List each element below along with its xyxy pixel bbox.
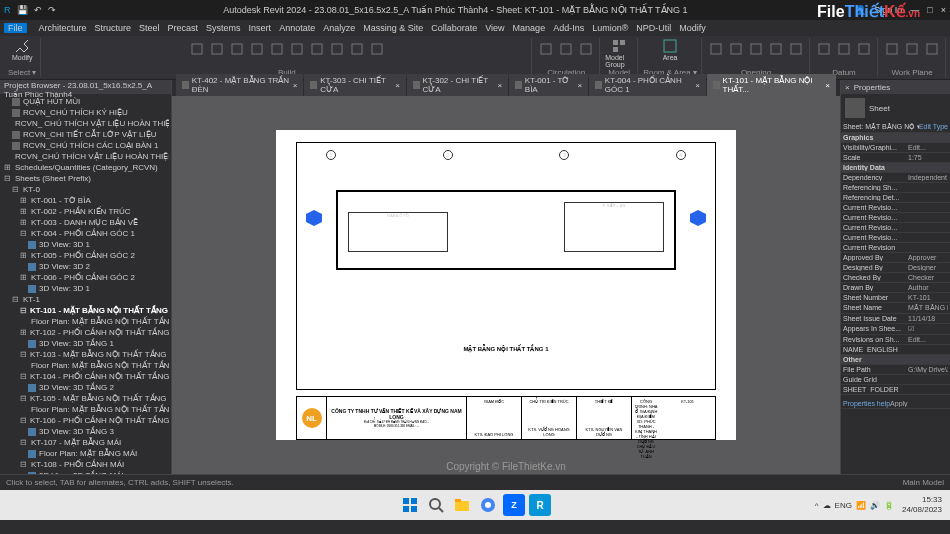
ribbon-tool[interactable] (787, 38, 805, 60)
property-row[interactable]: SHEET_FOLDER (841, 385, 950, 395)
view-tab[interactable]: KT-004 - PHỐI CẢNH GÓC 1× (589, 74, 706, 96)
tree-item[interactable]: QUẠT HÚT MÙI (2, 96, 169, 107)
apply-button[interactable]: Apply (890, 400, 930, 407)
tree-item[interactable]: 3D View: 3D TẦNG 1 (2, 338, 169, 349)
property-row[interactable]: Sheet Issue Date11/14/18 (841, 314, 950, 324)
ribbon-tab[interactable]: Insert (245, 23, 276, 33)
tree-item[interactable]: ⊟KT-108 - PHỐI CẢNH MÁI (2, 459, 169, 470)
ribbon-tool[interactable] (835, 38, 853, 60)
ribbon-tool[interactable] (923, 38, 941, 60)
ribbon-tab[interactable]: NPD-Util (632, 23, 675, 33)
tree-item[interactable]: ⊟KT-101 - MẶT BẰNG NỘI THẤT TẦNG 1 (2, 305, 169, 316)
ribbon-tab[interactable]: Architecture (35, 23, 91, 33)
property-group-header[interactable]: Graphics (841, 133, 950, 143)
tree-item[interactable]: RCVN_ CHÚ THÍCH VẬT LIỆU HOÀN THIỆN (2, 118, 169, 129)
tree-item[interactable]: ⊟KT-105 - MẶT BẰNG NỘI THẤT TẦNG 3 (2, 393, 169, 404)
ribbon-tool[interactable] (328, 38, 346, 60)
maximize-button[interactable]: □ (927, 5, 932, 15)
tree-item[interactable]: ⊟KT-106 - PHỐI CẢNH NỘI THẤT TẦNG 3 (2, 415, 169, 426)
tree-item[interactable]: ⊞KT-005 - PHỐI CẢNH GÓC 2 (2, 250, 169, 261)
property-row[interactable]: DependencyIndependent (841, 173, 950, 183)
ribbon-tool[interactable] (248, 38, 266, 60)
ribbon-tool[interactable] (815, 38, 833, 60)
property-row[interactable]: Current Revisio... (841, 233, 950, 243)
tree-item[interactable]: RCVN_CHÚ THÍCH KÝ HIỆU (2, 107, 169, 118)
ribbon-tool[interactable] (288, 38, 306, 60)
view-tab[interactable]: KT-302 - CHI TIẾT CỬA× (407, 74, 508, 96)
tree-item[interactable]: RCVN_CHI TIẾT CẮT LỚP VẬT LIỆU (2, 129, 169, 140)
edit-type-button[interactable]: Edit Type (919, 123, 948, 131)
property-row[interactable]: Visibility/Graphi...Edit... (841, 143, 950, 153)
file-menu[interactable]: File (4, 23, 27, 33)
view-tab[interactable]: KT-303 - CHI TIẾT CỬA× (304, 74, 405, 96)
tab-close-icon[interactable]: × (395, 81, 400, 90)
ribbon-tool[interactable] (308, 38, 326, 60)
ribbon-tool[interactable] (537, 38, 555, 60)
tree-item[interactable]: ⊟KT-1 (2, 294, 169, 305)
ribbon-tool[interactable] (268, 38, 286, 60)
tree-item[interactable]: ⊞KT-102 - PHỐI CẢNH NỘI THẤT TẦNG 1 (2, 327, 169, 338)
modify-tool[interactable]: Modify (8, 38, 36, 68)
tree-item[interactable]: Floor Plan: MẶT BẰNG NỘI THẤT TẦNG 3 (2, 404, 169, 415)
tab-close-icon[interactable]: × (293, 81, 298, 90)
ribbon-tool[interactable] (727, 38, 745, 60)
ribbon-tool[interactable] (767, 38, 785, 60)
ribbon-tab[interactable]: Annotate (275, 23, 319, 33)
close-button[interactable]: × (941, 5, 946, 15)
property-row[interactable]: Checked ByChecker (841, 273, 950, 283)
property-row[interactable]: Current Revisio... (841, 223, 950, 233)
ribbon-tool[interactable] (208, 38, 226, 60)
tree-item[interactable]: Floor Plan: MẶT BẰNG NỘI THẤT TẦNG 1 (2, 316, 169, 327)
qat-save-icon[interactable]: 💾 (17, 5, 28, 15)
property-row[interactable]: Current Revisio... (841, 203, 950, 213)
ribbon-tool[interactable] (883, 38, 901, 60)
ribbon-tab[interactable]: Manage (509, 23, 550, 33)
ribbon-tab[interactable]: Precast (164, 23, 203, 33)
tree-item[interactable]: 3D View: 3D 1 (2, 239, 169, 250)
browser-tree[interactable]: QUẠT HÚT MÙIRCVN_CHÚ THÍCH KÝ HIỆURCVN_ … (0, 94, 171, 474)
property-row[interactable]: Drawn ByAuthor (841, 283, 950, 293)
start-button[interactable] (399, 494, 421, 516)
ribbon-tool[interactable] (707, 38, 725, 60)
tree-item[interactable]: ⊟Sheets (Sheet Prefix) (2, 173, 169, 184)
close-icon[interactable]: × (845, 83, 850, 92)
property-row[interactable]: Referencing Sh... (841, 183, 950, 193)
ribbon-tab[interactable]: View (481, 23, 508, 33)
explorer-icon[interactable] (451, 494, 473, 516)
tree-item[interactable]: ⊟KT-107 - MẶT BẰNG MÁI (2, 437, 169, 448)
tree-item[interactable]: ⊞KT-001 - TỜ BÌA (2, 195, 169, 206)
tree-item[interactable]: ⊟KT-0 (2, 184, 169, 195)
tray-battery-icon[interactable]: 🔋 (884, 501, 894, 510)
ribbon-tab[interactable]: Structure (91, 23, 136, 33)
model-group-tool[interactable]: Model Group (605, 38, 633, 68)
property-row[interactable]: Current Revisio... (841, 213, 950, 223)
tree-item[interactable]: 3D View: 3D TẦNG 2 (2, 382, 169, 393)
properties-help-link[interactable]: Properties help (843, 400, 890, 407)
tree-item[interactable]: ⊞KT-006 - PHỐI CẢNH GÓC 2 (2, 272, 169, 283)
ribbon-tab[interactable]: Modify (675, 23, 710, 33)
instance-selector[interactable]: Sheet: MẶT BẰNG NỘ ▾ (843, 123, 919, 131)
tree-item[interactable]: ⊟KT-104 - PHỐI CẢNH NỘI THẤT TẦNG 2 (2, 371, 169, 382)
tree-item[interactable]: RCVN_CHÚ THÍCH VẬT LIỆU HOÀN THIỆN 2 (2, 151, 169, 162)
property-row[interactable]: Current Revision (841, 243, 950, 253)
ribbon-tool[interactable] (557, 38, 575, 60)
ribbon-tool[interactable] (577, 38, 595, 60)
ribbon-tool[interactable] (188, 38, 206, 60)
tab-close-icon[interactable]: × (695, 81, 700, 90)
tree-item[interactable]: 3D View: 3D TẦNG MÁI (2, 470, 169, 474)
ribbon-tool[interactable] (368, 38, 386, 60)
ribbon-tool[interactable] (348, 38, 366, 60)
tree-item[interactable]: 3D View: 3D 1 (2, 283, 169, 294)
tree-item[interactable]: RCVN_CHÚ THÍCH CÁC LOẠI BÀN 1 (2, 140, 169, 151)
tray-onedrive-icon[interactable]: ☁ (823, 501, 831, 510)
ribbon-tab[interactable]: Steel (135, 23, 164, 33)
tree-item[interactable]: Floor Plan: MẶT BẰNG NỘI THẤT TẦNG 2 (2, 360, 169, 371)
ribbon-tab[interactable]: Massing & Site (359, 23, 427, 33)
tree-item[interactable]: Floor Plan: MẶT BẰNG MÁI (2, 448, 169, 459)
tree-item[interactable]: ⊟KT-103 - MẶT BẰNG NỘI THẤT TẦNG 2 (2, 349, 169, 360)
property-group-header[interactable]: Identity Data (841, 163, 950, 173)
main-model-selector[interactable]: Main Model (903, 478, 944, 487)
tree-item[interactable]: ⊞Schedules/Quantities (Category_RCVN) (2, 162, 169, 173)
ribbon-tool[interactable] (228, 38, 246, 60)
chrome-icon[interactable] (477, 494, 499, 516)
